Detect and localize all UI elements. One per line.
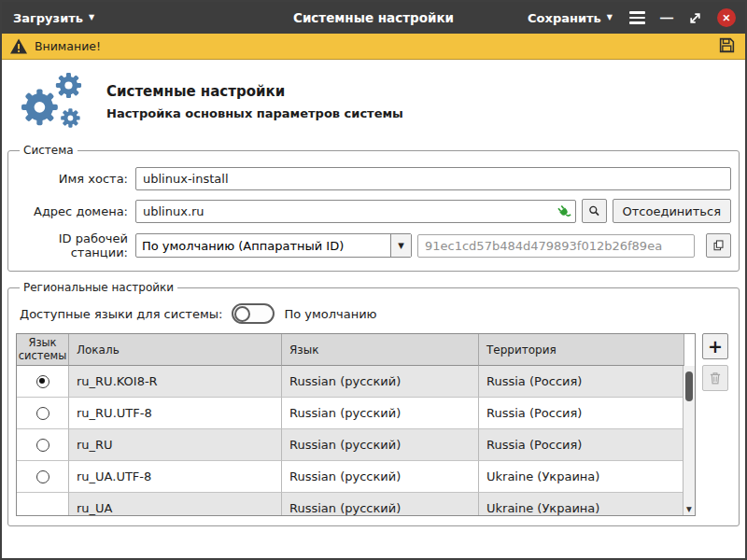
table-cell-language[interactable]: Russian (русский) — [282, 429, 479, 461]
column-header-locale: Локаль — [69, 334, 282, 366]
station-id-row: ID рабочей станции: По умолчанию (Аппара… — [16, 231, 731, 259]
warning-bar: Внимание! — [2, 34, 745, 60]
regional-section: Региональные настройки Доступные языки д… — [7, 281, 740, 526]
table-cell-locale[interactable]: ru_UA — [69, 493, 282, 516]
titlebar: Загрузить ▼ Системные настройки Сохранит… — [2, 2, 745, 34]
table-cell-territory[interactable]: Russia (Россия) — [479, 366, 684, 398]
chevron-down-icon: ▼ — [89, 14, 94, 21]
domain-input[interactable] — [135, 200, 576, 223]
hamburger-icon — [629, 11, 645, 24]
domain-input-wrap — [135, 200, 576, 223]
column-header-system-language: Язык системы — [17, 334, 69, 366]
scrollbar-thumb[interactable] — [685, 371, 693, 401]
toggle-knob — [234, 306, 250, 322]
domain-label: Адрес домена: — [16, 204, 128, 218]
regional-section-legend: Региональные настройки — [20, 281, 177, 294]
page-title: Системные настройки — [106, 83, 403, 100]
search-icon — [588, 203, 600, 218]
warning-icon — [9, 37, 28, 55]
table-cell-select[interactable] — [17, 398, 69, 429]
toggle-caption: По умолчанию — [284, 307, 376, 321]
table-cell-territory[interactable]: Ukraine (Украина) — [479, 493, 684, 516]
table-cell-locale[interactable]: ru_RU.KOI8-R — [69, 366, 282, 398]
chevron-down-icon: ▼ — [390, 234, 411, 257]
table-side-buttons: + — [702, 333, 728, 391]
copy-id-button[interactable] — [706, 233, 731, 258]
locale-radio[interactable] — [36, 375, 49, 388]
station-id-selected-option: По умолчанию (Аппаратный ID) — [136, 239, 390, 253]
expand-icon — [688, 11, 702, 25]
station-id-label: ID рабочей станции: — [16, 231, 128, 259]
table-cell-territory[interactable]: Russia (Россия) — [479, 398, 684, 429]
locale-table-zone: Язык системы Локаль Язык Территория ru_R… — [16, 333, 731, 516]
table-cell-select[interactable] — [17, 461, 69, 493]
close-button[interactable]: ✕ — [717, 8, 736, 27]
table-cell-territory[interactable]: Ukraine (Украина) — [479, 461, 684, 493]
menu-button[interactable] — [629, 11, 645, 24]
vertical-scrollbar[interactable]: ▼ — [683, 366, 695, 515]
table-cell-territory[interactable]: Russia (Россия) — [479, 429, 684, 461]
load-menu-label: Загрузить — [13, 11, 83, 25]
hostname-row: Имя хоста: — [16, 167, 731, 190]
save-menu-button[interactable]: Сохранить ▼ — [526, 7, 614, 29]
chevron-down-icon: ▼ — [607, 14, 613, 21]
trash-icon — [709, 371, 722, 385]
save-icon — [718, 36, 736, 54]
languages-toggle-row: Доступные языки для системы: По умолчани… — [20, 303, 731, 324]
app-window: Загрузить ▼ Системные настройки Сохранит… — [0, 0, 747, 560]
system-section-legend: Система — [20, 144, 78, 157]
delete-locale-button[interactable] — [702, 365, 728, 391]
minimize-button[interactable]: — — [660, 11, 673, 24]
default-language-toggle[interactable] — [232, 303, 275, 324]
save-menu-label: Сохранить — [528, 11, 601, 25]
system-section: Система Имя хоста: Адрес домена: — [7, 144, 740, 272]
locale-radio[interactable] — [36, 407, 49, 420]
column-header-territory: Территория — [479, 334, 684, 366]
table-cell-select[interactable] — [17, 429, 69, 461]
minimize-icon: — — [660, 11, 673, 24]
page-header: Системные настройки Настройка основных п… — [11, 71, 740, 133]
disconnect-button[interactable]: Отсоединиться — [613, 199, 732, 223]
table-cell-select[interactable] — [17, 366, 69, 398]
page-subtitle: Настройка основных параметров системы — [106, 106, 403, 120]
table-cell-locale[interactable]: ru_UA.UTF-8 — [69, 461, 282, 493]
table-cell-language[interactable]: Russian (русский) — [282, 461, 479, 493]
locale-radio[interactable] — [36, 470, 49, 483]
hostname-label: Имя хоста: — [16, 172, 128, 186]
table-cell-select[interactable] — [17, 493, 69, 516]
gears-icon — [11, 71, 93, 133]
warning-text: Внимание! — [35, 39, 101, 53]
maximize-button[interactable] — [688, 11, 702, 25]
add-locale-button[interactable]: + — [702, 333, 728, 359]
quick-save-button[interactable] — [716, 36, 738, 57]
languages-label: Доступные языки для системы: — [20, 307, 222, 321]
close-icon: ✕ — [723, 13, 731, 23]
domain-search-button[interactable] — [582, 199, 607, 223]
hostname-input[interactable] — [135, 167, 731, 190]
table-cell-locale[interactable]: ru_RU — [69, 429, 282, 461]
titlebar-controls: Сохранить ▼ — ✕ — [526, 7, 736, 29]
table-cell-language[interactable]: Russian (русский) — [282, 493, 479, 516]
load-menu-button[interactable]: Загрузить ▼ — [11, 7, 96, 29]
station-id-select[interactable]: По умолчанию (Аппаратный ID) ▼ — [135, 233, 412, 258]
table-cell-language[interactable]: Russian (русский) — [282, 398, 479, 429]
scrollbar-down-arrow[interactable]: ▼ — [684, 503, 695, 515]
copy-icon — [712, 238, 725, 253]
column-header-language: Язык — [282, 334, 479, 366]
table-cell-language[interactable]: Russian (русский) — [282, 366, 479, 398]
content-area: Системные настройки Настройка основных п… — [2, 60, 745, 558]
page-header-text: Системные настройки Настройка основных п… — [106, 83, 403, 120]
connected-plug-icon — [556, 203, 571, 219]
locale-table: Язык системы Локаль Язык Территория ru_R… — [16, 333, 696, 516]
locale-radio[interactable] — [36, 439, 49, 452]
station-id-value — [417, 234, 695, 258]
table-cell-locale[interactable]: ru_RU.UTF-8 — [69, 398, 282, 429]
domain-row: Адрес домена: — [16, 199, 731, 223]
